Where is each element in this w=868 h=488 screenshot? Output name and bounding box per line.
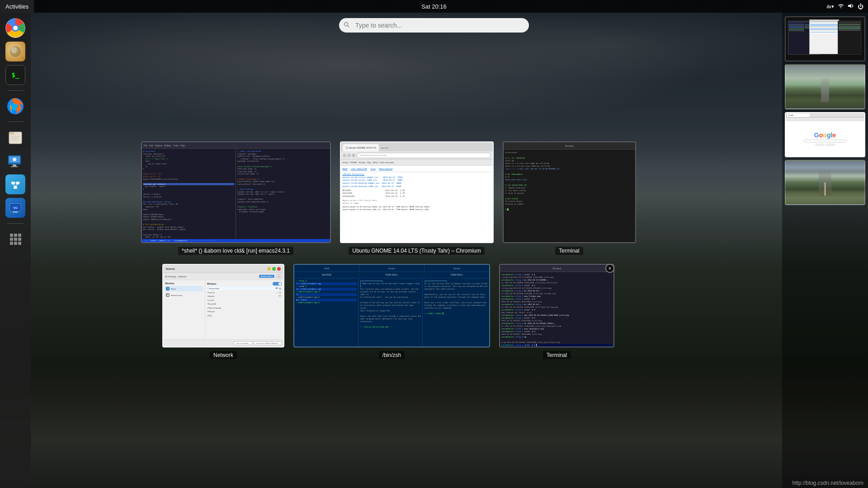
svg-rect-39 bbox=[18, 242, 21, 245]
dock-chrome[interactable] bbox=[5, 18, 25, 38]
svg-line-41 bbox=[348, 149, 348, 149]
svg-line-2 bbox=[348, 26, 349, 27]
svg-rect-11 bbox=[9, 132, 14, 135]
svg-rect-38 bbox=[14, 242, 17, 245]
svg-rect-17 bbox=[11, 166, 18, 167]
dock-files[interactable] bbox=[5, 127, 25, 147]
svg-text:Vx: Vx bbox=[14, 206, 17, 209]
windows-grid: FileEditOptionsBuffersToolsHelp #!/bin/b… bbox=[31, 13, 746, 488]
svg-point-5 bbox=[13, 26, 18, 30]
dock-separator-2 bbox=[7, 122, 24, 122]
window-zsh[interactable]: Shell Device Device Shell 8432 TERM SHEL… bbox=[293, 264, 490, 359]
svg-line-24 bbox=[15, 184, 18, 186]
windows-row-1: FileEditOptionsBuffersToolsHelp #!/bin/b… bbox=[141, 141, 636, 255]
svg-rect-29 bbox=[12, 212, 19, 213]
window-terminal-br-label: Terminal bbox=[543, 351, 571, 359]
svg-rect-20 bbox=[11, 182, 15, 184]
svg-rect-44 bbox=[279, 288, 281, 290]
svg-rect-34 bbox=[10, 238, 13, 241]
window-chromium[interactable]: Ubuntu GNOME 14.04 LTS New Tab ‹ › ↻ htt… bbox=[340, 141, 494, 255]
search-icon bbox=[344, 22, 349, 29]
window-terminal-tr-label: Terminal bbox=[555, 247, 583, 255]
power-icon[interactable]: ⏻ bbox=[858, 3, 863, 10]
clock: Sat 20:16 bbox=[421, 3, 447, 10]
svg-rect-22 bbox=[14, 186, 17, 189]
search-input[interactable] bbox=[339, 18, 529, 33]
svg-rect-37 bbox=[10, 242, 13, 245]
svg-point-7 bbox=[11, 47, 17, 53]
system-tray: 🖮▾ ⏻ bbox=[826, 3, 868, 10]
svg-rect-33 bbox=[18, 234, 21, 237]
workspace-2[interactable] bbox=[785, 64, 865, 109]
dock-appgrid[interactable] bbox=[5, 229, 25, 249]
svg-marker-43 bbox=[167, 294, 169, 295]
svg-rect-42 bbox=[167, 295, 169, 296]
dock-webkit[interactable] bbox=[5, 42, 25, 61]
dock-system-config[interactable] bbox=[5, 151, 25, 171]
workspace-panel: Google Google bbox=[782, 13, 868, 488]
svg-rect-31 bbox=[10, 234, 13, 237]
window-terminal-tr[interactable]: Terminal #!/bin/bash $ ls -la ~/Desktop … bbox=[503, 141, 636, 255]
svg-point-19 bbox=[13, 158, 16, 161]
workspace-3[interactable]: Google Google bbox=[785, 112, 865, 157]
window-network-label: Network bbox=[210, 351, 237, 359]
windows-row-2: Network All Settings Network Analysis Mo… bbox=[162, 264, 614, 359]
keyboard-indicator[interactable]: 🖮▾ bbox=[826, 4, 834, 9]
svg-rect-16 bbox=[13, 164, 16, 166]
window-network[interactable]: Network All Settings Network Analysis Mo… bbox=[162, 264, 284, 359]
svg-marker-0 bbox=[848, 4, 851, 8]
workspace-4[interactable] bbox=[785, 160, 865, 205]
svg-line-23 bbox=[13, 184, 15, 186]
dock-virtualbox[interactable]: Vx bbox=[5, 198, 25, 218]
url-bar: http://blog.csdn.net/loveaborn bbox=[793, 480, 863, 486]
svg-point-1 bbox=[344, 23, 348, 26]
svg-rect-36 bbox=[18, 238, 21, 241]
svg-rect-32 bbox=[14, 234, 17, 237]
workspace-1[interactable] bbox=[785, 16, 865, 61]
dock-terminal[interactable]: $_ bbox=[5, 65, 25, 85]
dock: $_ bbox=[0, 13, 31, 488]
svg-rect-45 bbox=[279, 292, 281, 294]
window-terminal-br[interactable]: Terminal user@ubuntu:~/blog $ scrot -d 4… bbox=[499, 264, 614, 359]
dock-firefox[interactable] bbox=[5, 96, 25, 116]
dock-network[interactable] bbox=[5, 174, 25, 194]
search-bar bbox=[339, 18, 529, 33]
window-emacs[interactable]: FileEditOptionsBuffersToolsHelp #!/bin/b… bbox=[141, 141, 331, 255]
window-zsh-label: /bin/zsh bbox=[379, 351, 405, 359]
svg-rect-21 bbox=[16, 182, 19, 184]
svg-rect-35 bbox=[14, 238, 17, 241]
close-button-terminal-br[interactable]: × bbox=[605, 264, 614, 273]
activities-button[interactable]: Activities bbox=[0, 0, 34, 13]
svg-rect-28 bbox=[13, 211, 18, 212]
dock-separator-3 bbox=[7, 223, 24, 224]
svg-point-40 bbox=[345, 147, 348, 149]
sound-icon bbox=[848, 3, 854, 10]
dock-separator-1 bbox=[7, 90, 24, 91]
topbar: Activities Sat 20:16 🖮▾ ⏻ bbox=[0, 0, 868, 13]
window-chromium-label: Ubuntu GNOME 14.04 LTS (Trusty Tahr) – C… bbox=[349, 247, 485, 255]
window-emacs-label: *shell* () &aborn love cld& [run] emacs2… bbox=[178, 247, 293, 255]
wifi-icon bbox=[838, 3, 844, 10]
